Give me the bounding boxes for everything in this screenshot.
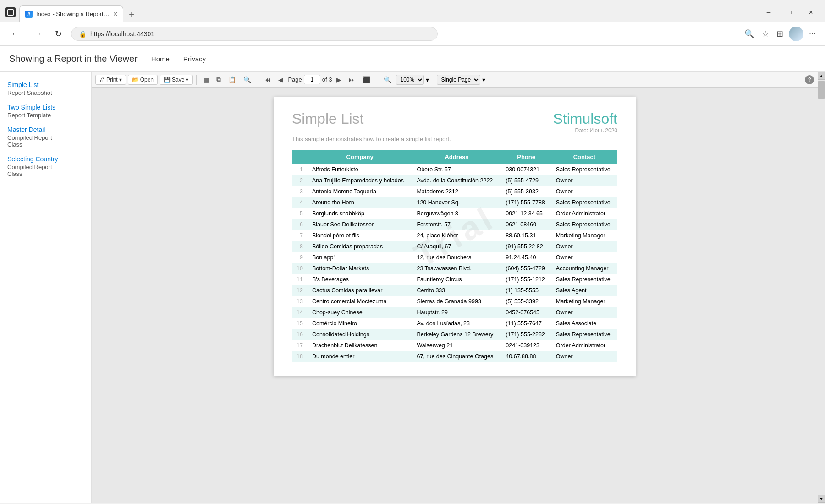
row-contact: Owner bbox=[551, 175, 617, 186]
print-button[interactable]: 🖨 Print ▾ bbox=[95, 75, 126, 85]
table-row: 7 Blondel père et fils 24, place Kléber … bbox=[292, 230, 617, 241]
table-row: 3 Antonio Moreno Taquería Mataderos 2312… bbox=[292, 186, 617, 197]
row-num: 13 bbox=[292, 296, 308, 307]
columns-btn[interactable]: ▦ bbox=[200, 74, 212, 85]
row-phone: 030-0074321 bbox=[501, 164, 551, 175]
sidebar-sub-3: Compiled ReportClass bbox=[7, 164, 84, 177]
zoom-btn[interactable]: 🔍 bbox=[381, 74, 394, 85]
row-address: 67, rue des Cinquante Otages bbox=[412, 351, 501, 362]
row-num: 5 bbox=[292, 208, 308, 219]
sidebar-link-simple-list[interactable]: Simple List bbox=[7, 81, 84, 88]
report-table: Company Address Phone Contact 1 Alfreds … bbox=[292, 150, 617, 362]
table-row: 5 Berglunds snabbköp Berguvsvägen 8 0921… bbox=[292, 208, 617, 219]
page-break-btn[interactable]: ⬛ bbox=[360, 74, 373, 85]
search-browser-btn[interactable]: 🔍 bbox=[742, 27, 756, 41]
row-company: Drachenblut Delikatessen bbox=[308, 340, 412, 351]
scroll-thumb[interactable] bbox=[818, 81, 825, 99]
prev-page-btn[interactable]: ◀ bbox=[275, 74, 286, 85]
nav-home[interactable]: Home bbox=[151, 55, 170, 63]
refresh-button[interactable]: ↻ bbox=[51, 27, 66, 41]
browser-window-icon bbox=[6, 7, 16, 17]
row-address: Hauptstr. 29 bbox=[412, 307, 501, 318]
tab-close-icon[interactable]: × bbox=[113, 10, 117, 18]
row-contact: Sales Agent bbox=[551, 285, 617, 296]
row-company: Chop-suey Chinese bbox=[308, 307, 412, 318]
forward-button[interactable]: → bbox=[29, 27, 46, 41]
scrollbar[interactable]: ▲ ▼ bbox=[818, 72, 825, 503]
row-contact: Sales Representative bbox=[551, 197, 617, 208]
row-contact: Owner bbox=[551, 241, 617, 252]
row-company: Comércio Mineiro bbox=[308, 318, 412, 329]
save-label: Save bbox=[172, 77, 184, 83]
row-num: 3 bbox=[292, 186, 308, 197]
collection-btn[interactable]: ⊞ bbox=[775, 27, 785, 41]
page-number-input[interactable] bbox=[304, 75, 320, 84]
toolbar-separator-4 bbox=[433, 75, 433, 85]
table-row: 1 Alfreds Futterkiste Obere Str. 57 030-… bbox=[292, 164, 617, 175]
copy-btn[interactable]: ⧉ bbox=[214, 74, 224, 85]
row-company: B's Beverages bbox=[308, 274, 412, 285]
last-page-btn[interactable]: ⏭ bbox=[346, 74, 358, 85]
row-contact: Accounting Manager bbox=[551, 263, 617, 274]
address-bar-field[interactable]: 🔒 https://localhost:44301 bbox=[71, 27, 438, 41]
table-row: 15 Comércio Mineiro Av. dos Lusíadas, 23… bbox=[292, 318, 617, 329]
save-button[interactable]: 💾 Save ▾ bbox=[160, 75, 192, 85]
address-display: https://localhost:44301 bbox=[90, 30, 154, 38]
table-row: 16 Consolidated Holdings Berkeley Garden… bbox=[292, 329, 617, 340]
sidebar-link-two-lists[interactable]: Two Simple Lists bbox=[7, 104, 84, 111]
row-phone: (171) 555-7788 bbox=[501, 197, 551, 208]
table-row: 12 Cactus Comidas para llevar Cerrito 33… bbox=[292, 285, 617, 296]
row-num: 18 bbox=[292, 351, 308, 362]
row-company: Antonio Moreno Taquería bbox=[308, 186, 412, 197]
row-contact: Owner bbox=[551, 186, 617, 197]
table-row: 17 Drachenblut Delikatessen Walserweg 21… bbox=[292, 340, 617, 351]
lock-icon: 🔒 bbox=[79, 30, 87, 38]
scroll-down-arrow[interactable]: ▼ bbox=[818, 495, 825, 503]
toolbar-separator-2 bbox=[258, 75, 258, 85]
help-button[interactable]: ? bbox=[805, 75, 814, 84]
open-label: Open bbox=[140, 77, 154, 83]
nav-privacy[interactable]: Privacy bbox=[183, 55, 206, 63]
page-label: Page bbox=[288, 76, 302, 83]
row-num: 14 bbox=[292, 307, 308, 318]
open-button[interactable]: 📂 Open bbox=[128, 75, 158, 85]
profile-btn[interactable] bbox=[789, 27, 803, 41]
maximize-button[interactable]: □ bbox=[779, 5, 800, 20]
row-address: Av. dos Lusíadas, 23 bbox=[412, 318, 501, 329]
row-contact: Sales Representative bbox=[551, 329, 617, 340]
col-phone: Phone bbox=[501, 150, 551, 164]
row-address: Walserweg 21 bbox=[412, 340, 501, 351]
toolbar-separator-3 bbox=[377, 75, 377, 85]
first-page-btn[interactable]: ⏮ bbox=[262, 74, 274, 85]
row-company: Bon app' bbox=[308, 252, 412, 263]
table-row: 6 Blauer See Delikatessen Forsterstr. 57… bbox=[292, 219, 617, 230]
report-brand: Stimulsoft bbox=[553, 110, 617, 127]
active-tab[interactable]: // Index - Showing a Report in the × bbox=[19, 5, 123, 22]
paste-btn[interactable]: 📋 bbox=[226, 74, 239, 85]
page-total: of 3 bbox=[322, 76, 332, 83]
zoom-select[interactable]: 100% 75% 150% 200% bbox=[396, 75, 424, 85]
row-phone: (5) 555-3392 bbox=[501, 296, 551, 307]
row-address: C/ Araquil, 67 bbox=[412, 241, 501, 252]
close-button[interactable]: ✕ bbox=[800, 5, 821, 20]
favorites-btn[interactable]: ☆ bbox=[760, 27, 771, 41]
row-address: Fauntleroy Circus bbox=[412, 274, 501, 285]
view-mode-select[interactable]: Single Page Continuous Two Pages bbox=[437, 75, 480, 85]
row-phone: (1) 135-5555 bbox=[501, 285, 551, 296]
back-button[interactable]: ← bbox=[7, 27, 24, 41]
next-page-btn[interactable]: ▶ bbox=[334, 74, 344, 85]
row-company: Berglunds snabbköp bbox=[308, 208, 412, 219]
save-icon: 💾 bbox=[164, 77, 170, 83]
row-phone: (604) 555-4729 bbox=[501, 263, 551, 274]
minimize-button[interactable]: ─ bbox=[758, 5, 779, 20]
sidebar-link-master-detail[interactable]: Master Detail bbox=[7, 126, 84, 133]
settings-btn[interactable]: ··· bbox=[807, 27, 818, 41]
row-contact: Order Administrator bbox=[551, 340, 617, 351]
find-btn[interactable]: 🔍 bbox=[241, 74, 254, 85]
scroll-up-arrow[interactable]: ▲ bbox=[818, 72, 825, 80]
row-num: 11 bbox=[292, 274, 308, 285]
new-tab-button[interactable]: + bbox=[123, 8, 140, 22]
tab-favicon: // bbox=[25, 11, 33, 18]
row-address: Obere Str. 57 bbox=[412, 164, 501, 175]
sidebar-link-selecting-country[interactable]: Selecting Country bbox=[7, 155, 84, 163]
